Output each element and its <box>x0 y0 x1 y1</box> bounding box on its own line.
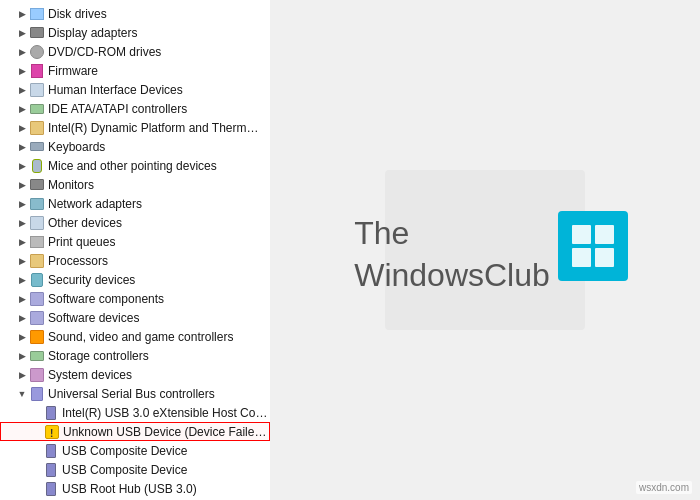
icon-firmware <box>29 63 45 79</box>
windows-logo-grid <box>572 225 614 267</box>
icon-hid <box>29 82 45 98</box>
arrow-other-devices <box>16 217 28 229</box>
icon-network-adapters <box>29 196 45 212</box>
tree-item-display-adapters[interactable]: Display adapters <box>0 23 270 42</box>
arrow-software-devices <box>16 312 28 324</box>
arrow-sound-video <box>16 331 28 343</box>
label-usb-controllers: Universal Serial Bus controllers <box>48 385 215 403</box>
arrow-usb-controllers <box>16 388 28 400</box>
tree-item-monitors[interactable]: Monitors <box>0 175 270 194</box>
tree-item-software-components[interactable]: Software components <box>0 289 270 308</box>
icon-print-queues <box>29 234 45 250</box>
icon-usb-root-hub <box>43 481 59 497</box>
logo-quadrant-3 <box>572 248 591 267</box>
arrow-monitors <box>16 179 28 191</box>
icon-security-devices <box>29 272 45 288</box>
tree-item-dvd-cdrom[interactable]: DVD/CD-ROM drives <box>0 42 270 61</box>
icon-software-components <box>29 291 45 307</box>
arrow-hid <box>16 84 28 96</box>
brand-line2: WindowsClub <box>354 255 550 297</box>
label-firmware: Firmware <box>48 62 98 80</box>
arrow-intel-dptf <box>16 122 28 134</box>
icon-system-devices <box>29 367 45 383</box>
label-intel-usb-host: Intel(R) USB 3.0 eXtensible Host Control… <box>62 404 270 422</box>
arrow-keyboards <box>16 141 28 153</box>
brand-text-block: The WindowsClub <box>342 203 550 296</box>
label-print-queues: Print queues <box>48 233 115 251</box>
tree-item-disk-drives[interactable]: Disk drives <box>0 4 270 23</box>
tree-item-firmware[interactable]: Firmware <box>0 61 270 80</box>
arrow-mice <box>16 160 28 172</box>
label-usb-composite-2: USB Composite Device <box>62 461 187 479</box>
icon-unknown-usb <box>44 424 60 440</box>
windows-tile <box>558 211 628 281</box>
label-display-adapters: Display adapters <box>48 24 137 42</box>
arrow-print-queues <box>16 236 28 248</box>
arrow-security-devices <box>16 274 28 286</box>
tree-item-hid[interactable]: Human Interface Devices <box>0 80 270 99</box>
brand-line1: The <box>354 213 550 255</box>
tree-item-sound-video[interactable]: Sound, video and game controllers <box>0 327 270 346</box>
label-network-adapters: Network adapters <box>48 195 142 213</box>
tree-item-storage-controllers[interactable]: Storage controllers <box>0 346 270 365</box>
tree-item-usb-controllers[interactable]: Universal Serial Bus controllers <box>0 384 270 403</box>
icon-other-devices <box>29 215 45 231</box>
label-intel-dptf: Intel(R) Dynamic Platform and Thermal Fr… <box>48 119 263 137</box>
tree-item-mice[interactable]: Mice and other pointing devices <box>0 156 270 175</box>
tree-item-processors[interactable]: Processors <box>0 251 270 270</box>
tree-item-network-adapters[interactable]: Network adapters <box>0 194 270 213</box>
tree-item-usb-root-hub[interactable]: USB Root Hub (USB 3.0) <box>0 479 270 498</box>
arrow-storage-controllers <box>16 350 28 362</box>
label-unknown-usb: Unknown USB Device (Device Failed Enumer… <box>63 423 269 441</box>
tree-item-intel-dptf[interactable]: Intel(R) Dynamic Platform and Thermal Fr… <box>0 118 270 137</box>
label-usb-root-hub: USB Root Hub (USB 3.0) <box>62 480 197 498</box>
icon-disk-drives <box>29 6 45 22</box>
icon-storage-controllers <box>29 348 45 364</box>
logo-quadrant-4 <box>595 248 614 267</box>
tree-item-software-devices[interactable]: Software devices <box>0 308 270 327</box>
logo-quadrant-1 <box>572 225 591 244</box>
label-security-devices: Security devices <box>48 271 135 289</box>
label-processors: Processors <box>48 252 108 270</box>
arrow-disk-drives <box>16 8 28 20</box>
right-panel: The WindowsClub wsxdn.com <box>270 0 700 500</box>
watermark-text: wsxdn.com <box>636 481 692 494</box>
label-ide-ata: IDE ATA/ATAPI controllers <box>48 100 187 118</box>
icon-usb-composite-1 <box>43 443 59 459</box>
label-other-devices: Other devices <box>48 214 122 232</box>
arrow-system-devices <box>16 369 28 381</box>
label-keyboards: Keyboards <box>48 138 105 156</box>
tree-item-system-devices[interactable]: System devices <box>0 365 270 384</box>
tree-item-other-devices[interactable]: Other devices <box>0 213 270 232</box>
label-sound-video: Sound, video and game controllers <box>48 328 233 346</box>
label-mice: Mice and other pointing devices <box>48 157 217 175</box>
label-storage-controllers: Storage controllers <box>48 347 149 365</box>
arrow-software-components <box>16 293 28 305</box>
icon-processors <box>29 253 45 269</box>
tree-item-security-devices[interactable]: Security devices <box>0 270 270 289</box>
tree-item-intel-usb-host[interactable]: Intel(R) USB 3.0 eXtensible Host Control… <box>0 403 270 422</box>
tree-item-print-queues[interactable]: Print queues <box>0 232 270 251</box>
device-tree-panel: Disk drivesDisplay adaptersDVD/CD-ROM dr… <box>0 0 270 500</box>
icon-software-devices <box>29 310 45 326</box>
icon-dvd-cdrom <box>29 44 45 60</box>
label-software-components: Software components <box>48 290 164 308</box>
arrow-ide-ata <box>16 103 28 115</box>
label-dvd-cdrom: DVD/CD-ROM drives <box>48 43 161 61</box>
label-system-devices: System devices <box>48 366 132 384</box>
icon-sound-video <box>29 329 45 345</box>
tree-item-unknown-usb[interactable]: Unknown USB Device (Device Failed Enumer… <box>0 422 270 441</box>
tree-item-usb-composite-2[interactable]: USB Composite Device <box>0 460 270 479</box>
icon-keyboards <box>29 139 45 155</box>
label-monitors: Monitors <box>48 176 94 194</box>
tree-item-usb-composite-1[interactable]: USB Composite Device <box>0 441 270 460</box>
logo-quadrant-2 <box>595 225 614 244</box>
tree-item-keyboards[interactable]: Keyboards <box>0 137 270 156</box>
arrow-firmware <box>16 65 28 77</box>
icon-display-adapters <box>29 25 45 41</box>
arrow-processors <box>16 255 28 267</box>
tree-item-ide-ata[interactable]: IDE ATA/ATAPI controllers <box>0 99 270 118</box>
label-disk-drives: Disk drives <box>48 5 107 23</box>
label-hid: Human Interface Devices <box>48 81 183 99</box>
icon-usb-composite-2 <box>43 462 59 478</box>
